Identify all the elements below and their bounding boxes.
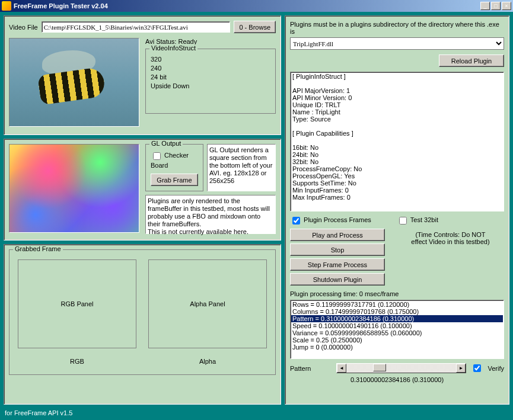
step-frame-button[interactable]: Step Frame Process bbox=[290, 258, 385, 271]
video-preview bbox=[9, 38, 139, 127]
param-listbox[interactable]: Rows = 0.119999997317791 (0.120000)Colum… bbox=[290, 300, 504, 359]
test-32bit-label: Test 32bit bbox=[410, 216, 438, 223]
maximize-button[interactable]: □ bbox=[491, 2, 501, 10]
param-row[interactable]: Jump = 0 (0.000000) bbox=[291, 344, 503, 351]
video-file-path[interactable] bbox=[42, 21, 231, 33]
close-button[interactable]: × bbox=[502, 2, 511, 10]
titlebar: FreeFrame Plugin Tester v2.04 _ □ × bbox=[0, 0, 513, 12]
plugins-hint: Plugins must be in a plugins subdirector… bbox=[290, 21, 504, 35]
gl-output-note: Plugins are only rendered to the frameBu… bbox=[145, 195, 276, 234]
rgb-panel-label: RGB Panel bbox=[60, 300, 93, 307]
video-panel: Video File 0 - Browse Avi Status: Ready … bbox=[4, 15, 281, 135]
time-controls-note1: (Time Controls: Do NOT bbox=[397, 231, 504, 238]
param-row[interactable]: Columns = 0.174999997019768 (0.175000) bbox=[291, 308, 503, 315]
app-icon bbox=[2, 1, 11, 11]
current-param-value: 0.310000002384186 (0.310000) bbox=[290, 376, 504, 383]
verify-checkbox[interactable] bbox=[473, 364, 481, 372]
browse-button[interactable]: 0 - Browse bbox=[234, 21, 276, 33]
plugins-panel: Plugins must be in a plugins subdirector… bbox=[285, 15, 509, 405]
alpha-panel: Alpha Panel bbox=[148, 259, 267, 348]
param-row[interactable]: Variance = 0.0599999986588955 (0.060000) bbox=[291, 329, 503, 336]
shutdown-plugin-button[interactable]: Shutdown Plugin bbox=[290, 273, 385, 286]
rgb-label: RGB bbox=[18, 358, 136, 365]
gl-output-panel: GL Output Checker Board Grab Frame GL Ou… bbox=[4, 139, 281, 241]
param-slider[interactable]: ◄ ► bbox=[336, 363, 466, 373]
stop-button[interactable]: Stop bbox=[290, 243, 385, 256]
param-row[interactable]: Pattern = 0.310000002384186 (0.310000) bbox=[291, 315, 503, 322]
minimize-button[interactable]: _ bbox=[480, 2, 490, 10]
gl-output-preview bbox=[9, 144, 139, 233]
verify-label: Verify bbox=[487, 365, 504, 372]
video-file-label: Video File bbox=[9, 24, 38, 31]
time-controls-note2: effect Video in this testbed) bbox=[397, 238, 504, 245]
param-row[interactable]: Rows = 0.119999997317791 (0.120000) bbox=[291, 301, 503, 308]
current-param-name: Pattern bbox=[290, 365, 332, 372]
grabbed-frame-panel: Grabbed Frame RGB Panel RGB Alpha Panel … bbox=[4, 244, 281, 405]
grab-frame-button[interactable]: Grab Frame bbox=[151, 174, 198, 186]
gl-output-group-title: GL Output bbox=[149, 140, 183, 147]
rgb-panel: RGB Panel bbox=[18, 259, 136, 348]
video-info-group-title: VideoInfoStruct bbox=[149, 44, 197, 52]
grabbed-frame-group-title: Grabbed Frame bbox=[13, 245, 63, 252]
param-row[interactable]: Scale = 0.25 (0.250000) bbox=[291, 336, 503, 344]
param-row[interactable]: Speed = 0.100000001490116 (0.100000) bbox=[291, 322, 503, 329]
window-title: FreeFrame Plugin Tester v2.04 bbox=[14, 2, 479, 9]
plugin-info-listbox[interactable]: [ PluginInfoStruct ] API MajorVersion: 1… bbox=[290, 72, 504, 211]
reload-plugin-button[interactable]: Reload Plugin bbox=[439, 54, 504, 67]
slider-right-icon[interactable]: ► bbox=[456, 364, 466, 373]
checker-board-checkbox[interactable] bbox=[153, 152, 161, 160]
alpha-label: Alpha bbox=[148, 358, 267, 365]
play-process-button[interactable]: Play and Process bbox=[290, 229, 385, 241]
alpha-panel-label: Alpha Panel bbox=[190, 300, 225, 307]
plugin-process-frames-checkbox[interactable] bbox=[292, 217, 300, 225]
footer-label: for FreeFrame API v1.5 bbox=[0, 408, 513, 420]
plugin-process-frames-label: Plugin Process Frames bbox=[304, 216, 371, 223]
gl-output-tip: GL Output renders a square section from … bbox=[207, 144, 276, 191]
test-32bit-checkbox[interactable] bbox=[399, 217, 407, 225]
plugin-select[interactable]: TripLightFF.dll bbox=[290, 37, 504, 50]
video-info-lines: 32024024 bitUpside Down bbox=[151, 55, 270, 91]
slider-left-icon[interactable]: ◄ bbox=[337, 364, 346, 373]
processing-time-label: Plugin processing time: 0 msec/frame bbox=[290, 290, 504, 297]
